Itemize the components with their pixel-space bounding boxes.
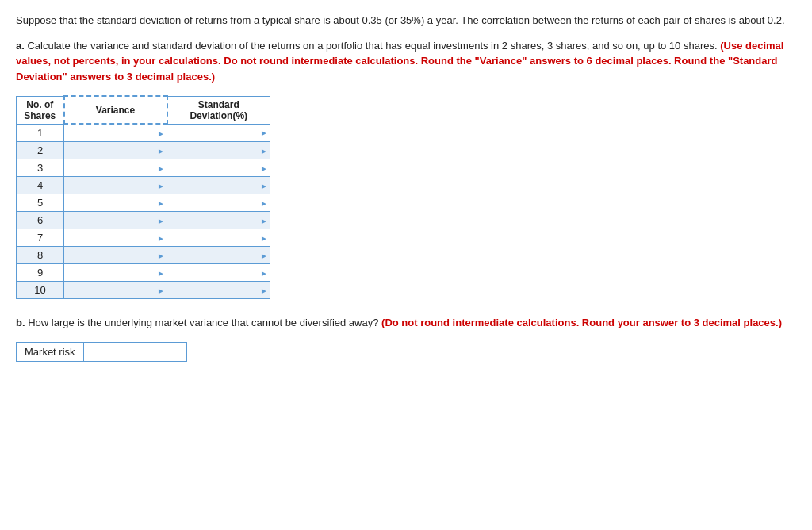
table-row: 6►► xyxy=(17,212,270,229)
std-cell[interactable]: ► xyxy=(167,177,270,194)
std-input[interactable] xyxy=(167,282,270,298)
question-a-block: a. Calculate the variance and standard d… xyxy=(16,38,796,85)
std-input[interactable] xyxy=(167,194,270,211)
shares-cell: 7 xyxy=(17,229,64,247)
variance-input[interactable] xyxy=(64,229,167,246)
std-cell[interactable]: ► xyxy=(167,142,270,159)
variance-input[interactable] xyxy=(64,282,167,298)
shares-cell: 9 xyxy=(17,264,64,282)
variance-cell[interactable]: ► xyxy=(64,177,167,194)
std-cell[interactable]: ► xyxy=(167,194,270,212)
table-row: 3►► xyxy=(17,159,270,177)
market-risk-row: Market risk xyxy=(16,342,796,362)
shares-cell: 10 xyxy=(17,282,64,299)
question-b-label: b. xyxy=(16,317,25,328)
shares-cell: 8 xyxy=(17,247,64,264)
table-row: 8►► xyxy=(17,247,270,264)
variance-cell[interactable]: ► xyxy=(64,159,167,177)
intro-text: Suppose that the standard deviation of r… xyxy=(16,13,796,29)
variance-input[interactable] xyxy=(64,142,167,159)
std-cell[interactable]: ► xyxy=(167,247,270,264)
std-input[interactable] xyxy=(167,247,270,263)
std-cell[interactable]: ► xyxy=(167,229,270,247)
variance-cell[interactable]: ► xyxy=(64,264,167,282)
variance-input[interactable] xyxy=(64,159,167,176)
market-risk-label: Market risk xyxy=(16,342,84,362)
variance-cell[interactable]: ► xyxy=(64,229,167,247)
col-header-variance: Variance xyxy=(64,96,167,124)
market-risk-input[interactable] xyxy=(84,342,187,362)
table-row: 10►► xyxy=(17,282,270,299)
std-cell[interactable]: ► xyxy=(167,212,270,229)
std-cell[interactable]: ► xyxy=(167,264,270,282)
std-input[interactable] xyxy=(167,142,270,159)
variance-cell[interactable]: ► xyxy=(64,142,167,159)
variance-input[interactable] xyxy=(64,194,167,211)
std-input[interactable] xyxy=(167,212,270,229)
variance-cell[interactable]: ► xyxy=(64,212,167,229)
std-input[interactable] xyxy=(167,177,270,194)
variance-cell[interactable]: ► xyxy=(64,194,167,212)
shares-cell: 5 xyxy=(17,194,64,212)
shares-cell: 3 xyxy=(17,159,64,177)
variance-input[interactable] xyxy=(64,264,167,281)
shares-cell: 4 xyxy=(17,177,64,194)
table-row: 4►► xyxy=(17,177,270,194)
col-header-std: StandardDeviation(%) xyxy=(167,96,270,124)
shares-cell: 1 xyxy=(17,124,64,142)
variance-input[interactable] xyxy=(64,177,167,194)
std-input[interactable] xyxy=(167,125,270,141)
table-row: 5►► xyxy=(17,194,270,212)
std-input[interactable] xyxy=(167,264,270,281)
variance-cell[interactable]: ► xyxy=(64,124,167,142)
table-row: 9►► xyxy=(17,264,270,282)
question-b-instruction: (Do not round intermediate calculations.… xyxy=(381,317,782,328)
question-a-label: a. xyxy=(16,40,25,52)
variance-input[interactable] xyxy=(64,247,167,263)
col-header-shares: No. ofShares xyxy=(17,96,64,124)
std-cell[interactable]: ► xyxy=(167,282,270,299)
std-cell[interactable]: ► xyxy=(167,159,270,177)
table-row: 1►► xyxy=(17,124,270,142)
variance-table: No. ofShares Variance StandardDeviation(… xyxy=(16,95,270,299)
shares-cell: 6 xyxy=(17,212,64,229)
std-input[interactable] xyxy=(167,229,270,246)
std-input[interactable] xyxy=(167,159,270,176)
table-row: 2►► xyxy=(17,142,270,159)
question-b-block: b. How large is the underlying market va… xyxy=(16,315,796,331)
table-row: 7►► xyxy=(17,229,270,247)
variance-input[interactable] xyxy=(64,212,167,229)
question-a-text: Calculate the variance and standard devi… xyxy=(27,40,717,52)
question-b-text: How large is the underlying market varia… xyxy=(28,317,378,328)
variance-input[interactable] xyxy=(64,125,167,141)
variance-cell[interactable]: ► xyxy=(64,247,167,264)
shares-cell: 2 xyxy=(17,142,64,159)
std-cell[interactable]: ► xyxy=(167,124,270,142)
variance-cell[interactable]: ► xyxy=(64,282,167,299)
